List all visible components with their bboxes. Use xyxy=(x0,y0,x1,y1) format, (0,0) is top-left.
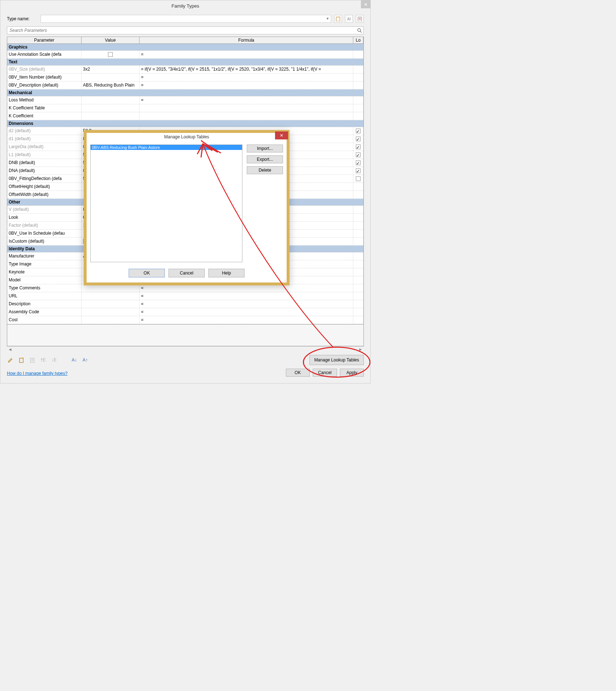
param-lock[interactable] xyxy=(353,51,363,58)
col-parameter[interactable]: Parameter xyxy=(7,37,82,43)
new-parameter-icon[interactable] xyxy=(18,356,25,364)
type-name-select[interactable] xyxy=(41,15,331,23)
param-value[interactable] xyxy=(82,74,140,81)
modal-ok-button[interactable]: OK xyxy=(129,269,165,277)
param-lock[interactable] xyxy=(353,206,363,213)
help-link[interactable]: How do I manage family types? xyxy=(7,371,67,376)
export-button[interactable]: Export... xyxy=(247,155,283,163)
modal-cancel-button[interactable]: Cancel xyxy=(168,269,205,277)
param-value[interactable] xyxy=(82,51,140,58)
lock-checkbox[interactable] xyxy=(356,152,361,157)
move-up-icon[interactable]: †E xyxy=(39,356,47,364)
search-input[interactable] xyxy=(7,27,355,34)
param-row[interactable]: 0BV_Size (default)3x2= if(V = 2015, "3/4… xyxy=(7,66,363,74)
delete-type-icon[interactable] xyxy=(356,15,364,23)
param-lock[interactable] xyxy=(353,66,363,73)
param-lock[interactable] xyxy=(353,222,363,229)
param-formula[interactable] xyxy=(140,112,353,120)
param-lock[interactable] xyxy=(353,96,363,104)
scroll-left-icon[interactable]: ◄ xyxy=(8,347,13,352)
param-formula[interactable]: = xyxy=(140,292,353,300)
param-lock[interactable] xyxy=(353,112,363,120)
param-lock[interactable] xyxy=(353,104,363,112)
import-button[interactable]: Import... xyxy=(247,145,283,152)
delete-parameter-icon[interactable] xyxy=(29,356,36,364)
param-value[interactable]: 3x2 xyxy=(82,66,140,73)
edit-parameter-icon[interactable] xyxy=(7,356,14,364)
col-formula[interactable]: Formula xyxy=(140,37,353,43)
param-value[interactable] xyxy=(82,300,140,308)
lock-checkbox[interactable] xyxy=(356,145,361,149)
param-value[interactable] xyxy=(82,112,140,120)
param-lock[interactable] xyxy=(353,183,363,190)
param-lock[interactable] xyxy=(353,260,363,268)
sort-asc-icon[interactable]: A↓ xyxy=(71,356,78,364)
param-formula[interactable]: = xyxy=(140,316,353,324)
modal-close-icon[interactable]: ✕ xyxy=(275,131,288,139)
param-row[interactable]: Cost= xyxy=(7,316,363,324)
move-down-icon[interactable]: ↓E xyxy=(50,356,58,364)
col-value[interactable]: Value xyxy=(82,37,140,43)
param-row[interactable]: Assembly Code= xyxy=(7,308,363,316)
param-value[interactable] xyxy=(82,96,140,104)
modal-help-button[interactable]: Help xyxy=(208,269,245,277)
delete-button[interactable]: Delete xyxy=(247,166,283,174)
param-lock[interactable] xyxy=(353,316,363,324)
manage-lookup-tables-button[interactable]: Manage Lookup Tables xyxy=(309,355,364,365)
param-lock[interactable] xyxy=(353,238,363,245)
param-formula[interactable]: = xyxy=(140,74,353,81)
lock-checkbox[interactable] xyxy=(356,168,361,173)
lock-checkbox[interactable] xyxy=(356,160,361,165)
cancel-button[interactable]: Cancel xyxy=(313,369,337,377)
param-formula[interactable] xyxy=(140,104,353,112)
resize-grip-icon[interactable] xyxy=(282,277,286,282)
param-lock[interactable] xyxy=(353,151,363,159)
param-lock[interactable] xyxy=(353,308,363,316)
param-value[interactable] xyxy=(82,308,140,316)
lock-checkbox[interactable] xyxy=(356,137,361,141)
param-lock[interactable] xyxy=(353,292,363,300)
param-row[interactable]: 0BV_Item Number (default)= xyxy=(7,74,363,81)
col-lock[interactable]: Lo xyxy=(353,37,363,43)
param-row[interactable]: K Coefficient Table xyxy=(7,104,363,112)
param-lock[interactable] xyxy=(353,81,363,89)
param-row[interactable]: Use Annotation Scale (defa= xyxy=(7,51,363,59)
param-row[interactable]: Type Comments= xyxy=(7,284,363,292)
lock-checkbox[interactable] xyxy=(356,129,361,133)
param-lock[interactable] xyxy=(353,300,363,308)
rename-type-icon[interactable]: AI xyxy=(345,15,353,23)
param-lock[interactable] xyxy=(353,230,363,237)
param-lock[interactable] xyxy=(353,175,363,183)
param-lock[interactable] xyxy=(353,143,363,151)
param-formula[interactable]: = xyxy=(140,51,353,58)
param-lock[interactable] xyxy=(353,167,363,175)
param-row[interactable]: K Coefficient xyxy=(7,112,363,120)
param-value[interactable] xyxy=(82,104,140,112)
close-icon[interactable]: ✕ xyxy=(361,0,370,8)
group-header[interactable]: Graphics xyxy=(7,44,363,51)
param-lock[interactable] xyxy=(353,214,363,221)
param-formula[interactable]: = xyxy=(140,300,353,308)
param-lock[interactable] xyxy=(353,191,363,198)
horizontal-scrollbar[interactable]: ◄ ► xyxy=(7,346,364,352)
param-lock[interactable] xyxy=(353,284,363,292)
param-value[interactable] xyxy=(82,316,140,324)
apply-button[interactable]: Apply xyxy=(340,369,364,377)
param-value[interactable]: ABS, Reducing Bush Plain xyxy=(82,81,140,89)
param-formula[interactable]: = xyxy=(140,308,353,316)
param-value[interactable] xyxy=(82,292,140,300)
param-lock[interactable] xyxy=(353,276,363,284)
param-row[interactable]: Loss Method= xyxy=(7,96,363,104)
sort-desc-icon[interactable]: A↑ xyxy=(82,356,89,364)
param-formula[interactable]: = xyxy=(140,284,353,292)
param-row[interactable]: 0BV_Description (default)ABS, Reducing B… xyxy=(7,81,363,89)
param-lock[interactable] xyxy=(353,252,363,260)
param-lock[interactable] xyxy=(353,268,363,276)
param-lock[interactable] xyxy=(353,127,363,135)
lock-checkbox[interactable] xyxy=(356,176,361,181)
param-lock[interactable] xyxy=(353,74,363,81)
checkbox[interactable] xyxy=(108,52,113,57)
param-lock[interactable] xyxy=(353,159,363,167)
param-formula[interactable]: = xyxy=(140,96,353,104)
param-lock[interactable] xyxy=(353,135,363,143)
